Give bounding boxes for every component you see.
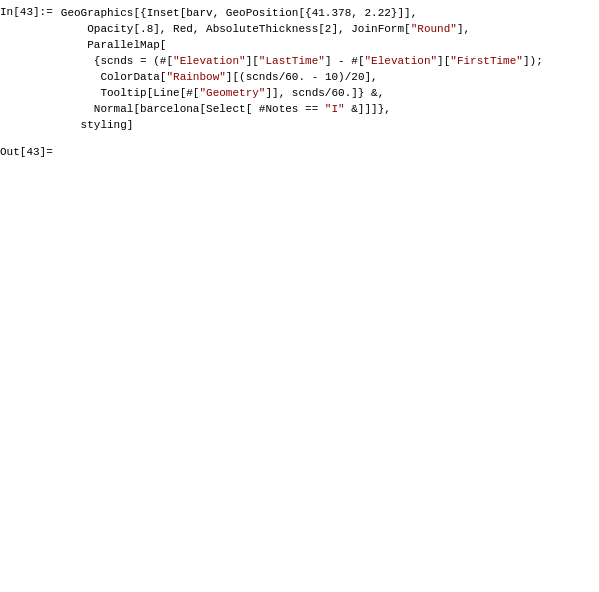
code-line-2: Opacity[.8], Red, AbsoluteThickness[2], … bbox=[61, 23, 470, 35]
input-label: In[43]:= bbox=[0, 4, 57, 18]
code-line-4: {scnds = (#["Elevation"]["LastTime"] - #… bbox=[61, 55, 543, 67]
code-line-6: Tooltip[Line[#["Geometry"]], scnds/60.]}… bbox=[61, 87, 384, 99]
input-cell: In[43]:= GeoGraphics[{Inset[barv, GeoPos… bbox=[0, 0, 599, 140]
output-label-col: Out[43]= bbox=[0, 140, 61, 158]
code-line-7: Normal[barcelona[Select[ #Notes == "I" &… bbox=[61, 103, 391, 115]
notebook-container: In[43]:= GeoGraphics[{Inset[barv, GeoPos… bbox=[0, 0, 599, 592]
code-block[interactable]: GeoGraphics[{Inset[barv, GeoPosition[{41… bbox=[57, 4, 599, 136]
code-line-1: GeoGraphics[{Inset[barv, GeoPosition[{41… bbox=[61, 7, 417, 19]
code-line-8: styling] bbox=[61, 119, 134, 131]
output-cell: Out[43]= bbox=[0, 140, 599, 593]
code-line-3: ParallelMap[ bbox=[61, 39, 167, 51]
output-label: Out[43]= bbox=[0, 144, 57, 158]
code-line-5: ColorData["Rainbow"][(scnds/60. - 10)/20… bbox=[61, 71, 378, 83]
